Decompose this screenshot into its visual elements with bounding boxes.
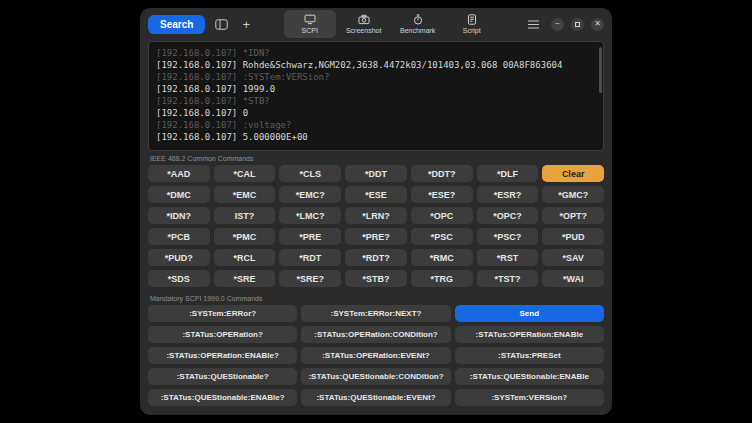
terminal-line: [192.168.0.107] 5.000000E+00 (156, 131, 596, 143)
terminal-scrollbar[interactable] (599, 47, 602, 93)
common-command-button[interactable]: *DDT? (411, 165, 473, 182)
title-bar: Search + SCPI (140, 8, 612, 40)
tab-benchmark[interactable]: Benchmark (392, 10, 444, 38)
scpi-command-button[interactable]: :STATus:OPERation:CONDition? (301, 326, 450, 343)
tab-bar: SCPI Screenshot (284, 10, 498, 38)
common-command-button[interactable]: *PRE? (345, 228, 407, 245)
scpi-commands-section-label: Mandatory SCPI 1999.0 Commands (150, 295, 612, 302)
common-command-button[interactable]: *RST (477, 249, 539, 266)
common-command-button[interactable]: *GMC? (542, 186, 604, 203)
common-command-button[interactable]: *PUD? (148, 249, 210, 266)
common-command-button[interactable]: *SRE (214, 270, 276, 287)
search-button[interactable]: Search (148, 15, 205, 34)
common-command-button[interactable]: *PSC (411, 228, 473, 245)
tab-script[interactable]: Script (446, 10, 498, 38)
menu-button[interactable] (526, 15, 544, 33)
scpi-command-button[interactable]: :SYSTem:ERRor:NEXT? (301, 305, 450, 322)
common-command-button[interactable]: *PCB (148, 228, 210, 245)
tab-screenshot[interactable]: Screenshot (338, 10, 390, 38)
scpi-command-button[interactable]: :STATus:QUEStionable:ENABle? (148, 389, 297, 406)
tab-label: Script (463, 27, 481, 34)
common-command-button[interactable]: IST? (214, 207, 276, 224)
common-command-button[interactable]: *SRE? (279, 270, 341, 287)
common-command-button[interactable]: *PSC? (477, 228, 539, 245)
terminal-line: [192.168.0.107] 0 (156, 107, 596, 119)
scpi-command-button[interactable]: :SYSTem:VERSion? (455, 389, 604, 406)
scpi-command-button[interactable]: :STATus:QUEStionable:EVENt? (301, 389, 450, 406)
common-command-button[interactable]: *PRE (279, 228, 341, 245)
app-window: Search + SCPI (140, 8, 612, 415)
common-command-button[interactable]: *RMC (411, 249, 473, 266)
common-command-button[interactable]: *STB? (345, 270, 407, 287)
common-command-button[interactable]: *LMC? (279, 207, 341, 224)
common-command-button[interactable]: *WAI (542, 270, 604, 287)
scpi-command-button[interactable]: :STATus:QUEStionable:CONDition? (301, 368, 450, 385)
common-command-button[interactable]: *SDS (148, 270, 210, 287)
common-command-button[interactable]: *SAV (542, 249, 604, 266)
sidebar-toggle-button[interactable] (212, 15, 230, 33)
terminal-line: [192.168.0.107] Rohde&Schwarz,NGM202,363… (156, 59, 596, 71)
window-controls: − ✕ (526, 15, 604, 33)
minimize-button[interactable]: − (551, 18, 564, 31)
common-command-button[interactable]: *OPC (411, 207, 473, 224)
common-command-button[interactable]: *TST? (477, 270, 539, 287)
terminal-line: [192.168.0.107] *IDN? (156, 47, 596, 59)
clear-button[interactable]: Clear (542, 165, 604, 182)
minimize-icon: − (555, 20, 560, 28)
scpi-command-button[interactable]: :STATus:QUEStionable? (148, 368, 297, 385)
terminal-line: [192.168.0.107] :SYSTem:VERSion? (156, 71, 596, 83)
common-command-button[interactable]: *RCL (214, 249, 276, 266)
tab-label: Benchmark (400, 27, 435, 34)
tab-label: SCPI (302, 27, 318, 34)
tab-scpi[interactable]: SCPI (284, 10, 336, 38)
scpi-command-button[interactable]: :STATus:OPERation:ENABle? (148, 347, 297, 364)
script-document-icon (466, 14, 478, 25)
terminal-output[interactable]: [192.168.0.107] *IDN?[192.168.0.107] Roh… (148, 41, 604, 151)
common-command-button[interactable]: *CAL (214, 165, 276, 182)
common-command-button[interactable]: *DLF (477, 165, 539, 182)
scpi-command-button[interactable]: :STATus:QUEStionable:ENABle (455, 368, 604, 385)
close-icon: ✕ (594, 20, 601, 28)
maximize-button[interactable] (571, 18, 584, 31)
close-button[interactable]: ✕ (591, 18, 604, 31)
plus-icon: + (243, 18, 251, 31)
scpi-command-button[interactable]: :STATus:OPERation:EVENt? (301, 347, 450, 364)
terminal-line: [192.168.0.107] 1999.0 (156, 83, 596, 95)
common-command-button[interactable]: *LRN? (345, 207, 407, 224)
common-command-button[interactable]: *DDT (345, 165, 407, 182)
scpi-command-button[interactable]: :STATus:PRESet (455, 347, 604, 364)
common-command-button[interactable]: *PUD (542, 228, 604, 245)
common-command-button[interactable]: *IDN? (148, 207, 210, 224)
maximize-icon (575, 22, 580, 27)
sidebar-icon (215, 19, 228, 30)
common-command-button[interactable]: *RDT (279, 249, 341, 266)
common-command-button[interactable]: *TRG (411, 270, 473, 287)
hamburger-menu-icon (528, 24, 539, 25)
camera-icon (358, 14, 370, 25)
common-command-button[interactable]: *CLS (279, 165, 341, 182)
common-command-button[interactable]: *ESE? (411, 186, 473, 203)
stopwatch-icon (412, 14, 424, 25)
new-tab-button[interactable]: + (237, 15, 255, 33)
scpi-commands-grid: :SYSTem:ERRor?:SYSTem:ERRor:NEXT?Send:ST… (140, 303, 612, 410)
common-command-button[interactable]: *PMC (214, 228, 276, 245)
common-commands-grid: *AAD*CAL*CLS*DDT*DDT?*DLFClear*DMC*EMC*E… (140, 163, 612, 291)
common-command-button[interactable]: *RDT? (345, 249, 407, 266)
common-command-button[interactable]: *ESE (345, 186, 407, 203)
send-button[interactable]: Send (455, 305, 604, 322)
common-command-button[interactable]: *DMC (148, 186, 210, 203)
tab-label: Screenshot (346, 27, 381, 34)
scpi-command-button[interactable]: :SYSTem:ERRor? (148, 305, 297, 322)
common-commands-section-label: IEEE 488.2 Common Commands (150, 155, 612, 162)
common-command-button[interactable]: *OPC? (477, 207, 539, 224)
terminal-line: [192.168.0.107] *STB? (156, 95, 596, 107)
scpi-command-button[interactable]: :STATus:OPERation:ENABle (455, 326, 604, 343)
common-command-button[interactable]: *EMC (214, 186, 276, 203)
scpi-display-icon (304, 14, 316, 25)
common-command-button[interactable]: *EMC? (279, 186, 341, 203)
common-command-button[interactable]: *AAD (148, 165, 210, 182)
terminal-line: [192.168.0.107] :voltage? (156, 119, 596, 131)
common-command-button[interactable]: *ESR? (477, 186, 539, 203)
common-command-button[interactable]: *OPT? (542, 207, 604, 224)
scpi-command-button[interactable]: :STATus:OPERation? (148, 326, 297, 343)
